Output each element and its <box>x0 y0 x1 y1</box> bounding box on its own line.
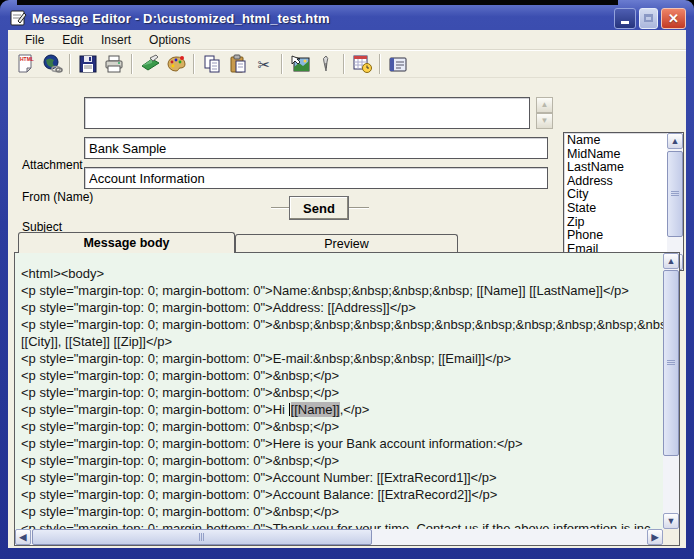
scroll-right-icon[interactable]: ▶ <box>647 529 663 545</box>
client-area: File Edit Insert Options HTML <box>8 30 686 548</box>
merge-field-item[interactable]: MidName <box>567 148 667 162</box>
tab-preview[interactable]: Preview <box>235 234 458 253</box>
editor-line: <p style="margin-top: 0; margin-bottom: … <box>21 435 663 452</box>
toolbar-separator <box>379 54 381 74</box>
editor-line: <p style="margin-top: 0; margin-bottom: … <box>21 520 663 529</box>
from-label: From (Name) <box>22 190 93 204</box>
editor-hscroll-track[interactable] <box>31 529 647 545</box>
merge-field-item[interactable]: Name <box>567 134 667 148</box>
scroll-up-icon[interactable]: ▲ <box>667 133 683 149</box>
merge-field-item[interactable]: City <box>567 188 667 202</box>
editor-line: <p style="margin-top: 0; margin-bottom: … <box>21 452 663 469</box>
toolbar: HTML <box>8 50 686 78</box>
divider <box>271 207 291 209</box>
merge-field-item[interactable]: Address <box>567 175 667 189</box>
close-button[interactable]: ✕ <box>661 8 686 29</box>
copy-icon[interactable] <box>199 52 225 76</box>
paste-icon[interactable] <box>225 52 251 76</box>
spinner-down-icon[interactable]: ▼ <box>536 113 553 129</box>
menu-bar: File Edit Insert Options <box>8 30 686 50</box>
editor-line: [[City]], [[State]] [[Zip]]</p> <box>21 333 663 350</box>
tab-message-body[interactable]: Message body <box>18 232 235 253</box>
app-icon <box>10 10 27 26</box>
editor-line: <p style="margin-top: 0; margin-bottom: … <box>21 384 663 401</box>
attachment-input[interactable] <box>84 97 530 129</box>
editor-hscroll-thumb[interactable] <box>32 529 372 545</box>
menu-options[interactable]: Options <box>140 31 199 49</box>
merge-field-item[interactable]: State <box>567 202 667 216</box>
toolbar-separator <box>281 54 283 74</box>
menu-file[interactable]: File <box>16 31 53 49</box>
editor-line: <p style="margin-top: 0; margin-bottom: … <box>21 418 663 435</box>
editor-vscroll-thumb[interactable] <box>663 270 679 456</box>
editor-line: <p style="margin-top: 0; margin-bottom: … <box>21 299 663 316</box>
svg-text:HTML: HTML <box>20 56 34 62</box>
editor-line: <p style="margin-top: 0; margin-bottom: … <box>21 469 663 486</box>
editor-hscrollbar[interactable]: ◀ ▶ <box>15 529 663 545</box>
link-globe-icon[interactable] <box>39 52 65 76</box>
subject-input[interactable] <box>84 167 548 189</box>
from-input[interactable] <box>84 137 548 159</box>
editor-vscrollbar[interactable]: ▲ ▼ <box>663 253 679 529</box>
merge-field-item[interactable]: LastName <box>567 161 667 175</box>
save-icon[interactable] <box>75 52 101 76</box>
toolbar-separator <box>131 54 133 74</box>
insert-image-icon[interactable] <box>287 52 313 76</box>
editor-line: <p style="margin-top: 0; margin-bottom: … <box>21 367 663 384</box>
message-body-editor[interactable]: <html><body><p style="margin-top: 0; mar… <box>14 252 680 546</box>
menu-insert[interactable]: Insert <box>92 31 140 49</box>
editor-content[interactable]: <html><body><p style="margin-top: 0; mar… <box>15 253 663 529</box>
print-icon[interactable] <box>101 52 127 76</box>
message-tabs: Message body Preview <html><body><p styl… <box>8 224 686 548</box>
spinner-up-icon[interactable]: ▲ <box>536 97 553 113</box>
maximize-button[interactable] <box>639 8 658 29</box>
new-html-icon[interactable]: HTML <box>13 52 39 76</box>
editor-line: <p style="margin-top: 0; margin-bottom: … <box>21 316 663 333</box>
send-button[interactable]: Send <box>289 196 349 220</box>
titlebar[interactable]: Message Editor - D:\customized_html_test… <box>10 6 686 30</box>
selected-text: [[Name]] <box>291 402 340 417</box>
editor-line: <html><body> <box>21 265 663 282</box>
stationery-icon[interactable] <box>137 52 163 76</box>
palette-icon[interactable] <box>163 52 189 76</box>
editor-line: <p style="margin-top: 0; margin-bottom: … <box>21 503 663 520</box>
scroll-left-icon[interactable]: ◀ <box>15 529 31 545</box>
top-edge <box>17 0 618 5</box>
toolbar-separator <box>343 54 345 74</box>
pen-icon[interactable] <box>313 52 339 76</box>
divider <box>349 207 369 209</box>
editor-line: <p style="margin-top: 0; margin-bottom: … <box>21 350 663 367</box>
editor-line: <p style="margin-top: 0; margin-bottom: … <box>21 401 663 418</box>
cut-icon[interactable]: ✂ <box>251 52 277 76</box>
scrollbar-corner <box>663 529 679 545</box>
window-title: Message Editor - D:\customized_html_test… <box>32 11 330 26</box>
attachment-spinner[interactable]: ▲ ▼ <box>536 97 553 129</box>
message-editor-window: Message Editor - D:\customized_html_test… <box>0 0 694 559</box>
editor-line: <p style="margin-top: 0; margin-bottom: … <box>21 282 663 299</box>
toolbar-separator <box>69 54 71 74</box>
menu-edit[interactable]: Edit <box>53 31 92 49</box>
export-message-icon[interactable] <box>385 52 411 76</box>
scroll-up-icon[interactable]: ▲ <box>663 253 679 269</box>
minimize-button[interactable] <box>614 8 636 29</box>
text-caret <box>289 403 290 416</box>
attachment-label: Attachment <box>22 158 83 172</box>
schedule-icon[interactable] <box>349 52 375 76</box>
toolbar-separator <box>193 54 195 74</box>
editor-vscroll-track[interactable] <box>663 269 679 513</box>
scroll-down-icon[interactable]: ▼ <box>663 513 679 529</box>
editor-line: <p style="margin-top: 0; margin-bottom: … <box>21 486 663 503</box>
